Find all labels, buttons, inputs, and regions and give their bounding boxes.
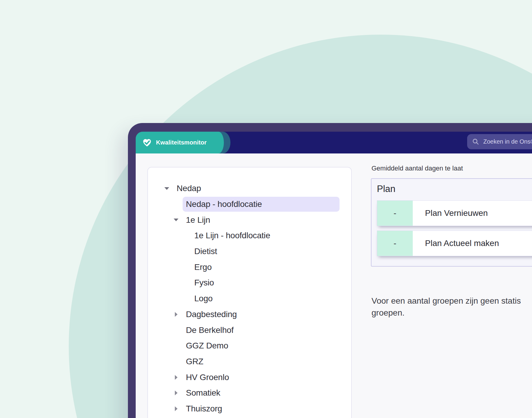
plan-value-cell: - bbox=[377, 201, 413, 226]
plan-row-label: Plan Actueel maken bbox=[413, 231, 499, 256]
brand-label: Kwaliteitsmonitor bbox=[156, 139, 207, 146]
plan-row-vernieuwen[interactable]: - Plan Vernieuwen bbox=[377, 200, 532, 226]
plan-card-title: Plan bbox=[377, 184, 395, 194]
tree-item-dagbesteding[interactable]: Dagbesteding bbox=[148, 307, 351, 322]
location-tree-panel: NedapNedap - hoofdlocatie1e Lijn1e Lijn … bbox=[147, 167, 352, 418]
app-window-content: Kwaliteitsmonitor Zoeken in de Ons® Neda… bbox=[136, 132, 532, 418]
plan-value-cell: - bbox=[377, 231, 413, 256]
tree-item-label: Fysio bbox=[194, 278, 214, 288]
expander-well-empty bbox=[171, 196, 181, 212]
caret-right-icon[interactable] bbox=[175, 391, 178, 395]
expander-well-empty bbox=[179, 228, 189, 244]
tree-item-somatiek[interactable]: Somatiek bbox=[148, 385, 351, 401]
no-statistics-note: Voor een aantal groepen zijn geen statis… bbox=[372, 295, 521, 319]
plan-row-label: Plan Vernieuwen bbox=[413, 201, 488, 226]
tree-item-hv-groenlo[interactable]: HV Groenlo bbox=[148, 369, 351, 385]
app-header: Kwaliteitsmonitor Zoeken in de Ons® bbox=[136, 132, 532, 153]
tree-item-label: 1e Lijn bbox=[186, 215, 210, 225]
tree-item-label: GGZ Demo bbox=[186, 341, 228, 351]
expander-well[interactable] bbox=[162, 181, 172, 196]
tree-item-de-berkelhof[interactable]: De Berkelhof bbox=[148, 322, 351, 338]
caret-right-icon[interactable] bbox=[175, 312, 178, 317]
tree-item-label: Thuiszorg bbox=[186, 404, 222, 414]
tree-item-grz[interactable]: GRZ bbox=[148, 354, 351, 370]
expander-well-empty bbox=[179, 259, 189, 275]
note-line-1: Voor een aantal groepen zijn geen statis bbox=[372, 295, 521, 307]
caret-right-icon[interactable] bbox=[175, 375, 178, 380]
expander-well-empty bbox=[179, 244, 189, 259]
expander-well-empty bbox=[171, 338, 181, 354]
note-line-2: groepen. bbox=[372, 307, 521, 319]
tree-item-label: 1e Lijn - hoofdlocatie bbox=[194, 231, 270, 240]
tree-item-1e-lijn-hoofdlocatie[interactable]: 1e Lijn - hoofdlocatie bbox=[148, 228, 351, 244]
expander-well[interactable] bbox=[171, 385, 181, 401]
expander-well[interactable] bbox=[171, 307, 181, 322]
brand-badge: Kwaliteitsmonitor bbox=[136, 132, 224, 153]
tree-item-ggz-demo[interactable]: GGZ Demo bbox=[148, 338, 351, 354]
tree-item-label: Logo bbox=[194, 294, 213, 303]
tree-item-1e-lijn[interactable]: 1e Lijn bbox=[148, 212, 351, 228]
expander-well[interactable] bbox=[171, 212, 181, 228]
tree-item-label: Somatiek bbox=[186, 388, 220, 398]
tree-item-label: Dagbesteding bbox=[186, 310, 237, 319]
caret-down-icon[interactable] bbox=[164, 187, 169, 190]
expander-well-empty bbox=[171, 354, 181, 370]
expander-well-empty bbox=[171, 322, 181, 338]
expander-well-empty bbox=[179, 291, 189, 307]
heart-check-icon bbox=[142, 138, 152, 147]
expander-well[interactable] bbox=[171, 401, 181, 417]
tree-item-label: Ergo bbox=[194, 262, 212, 272]
plan-row-actueel[interactable]: - Plan Actueel maken bbox=[377, 230, 532, 256]
tree-item-label: HV Groenlo bbox=[186, 373, 229, 382]
tree-item-logo[interactable]: Logo bbox=[148, 291, 351, 307]
search-input[interactable]: Zoeken in de Ons® bbox=[467, 134, 532, 149]
tree-item-label: De Berkelhof bbox=[186, 325, 233, 335]
caret-down-icon[interactable] bbox=[174, 219, 178, 221]
tree-item-thuiszorg[interactable]: Thuiszorg bbox=[148, 401, 351, 417]
tree-item-ergo[interactable]: Ergo bbox=[148, 259, 351, 275]
plan-stats-card: Plan - Plan Vernieuwen - Plan Actueel ma… bbox=[371, 178, 532, 267]
stats-heading: Gemiddeld aantal dagen te laat bbox=[372, 165, 463, 172]
tree-item-nedap[interactable]: Nedap bbox=[148, 181, 351, 196]
tree-item-label: Nedap bbox=[177, 184, 201, 193]
tree-item-label: Nedap - hoofdlocatie bbox=[186, 199, 262, 209]
tree-item-nedap-hoofdlocatie[interactable]: Nedap - hoofdlocatie bbox=[148, 196, 351, 212]
expander-well[interactable] bbox=[171, 369, 181, 385]
expander-well-empty bbox=[179, 275, 189, 291]
tree-item-label: Dietist bbox=[194, 247, 217, 256]
tree-item-label: GRZ bbox=[186, 357, 204, 366]
tree-item-fysio[interactable]: Fysio bbox=[148, 275, 351, 291]
caret-right-icon[interactable] bbox=[175, 406, 178, 411]
search-icon bbox=[472, 138, 479, 145]
tree-item-dietist[interactable]: Dietist bbox=[148, 244, 351, 259]
app-window: Kwaliteitsmonitor Zoeken in de Ons® Neda… bbox=[128, 123, 532, 418]
search-placeholder: Zoeken in de Ons® bbox=[483, 138, 532, 145]
